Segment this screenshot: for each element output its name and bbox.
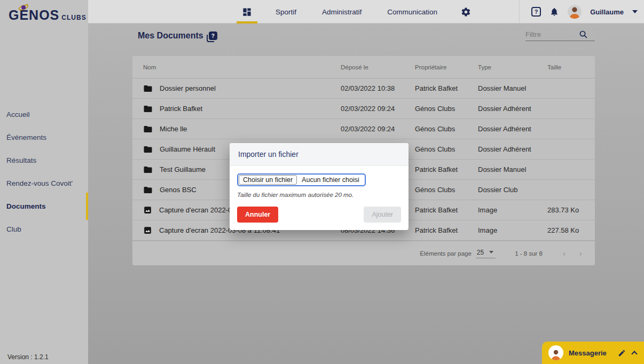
cancel-button[interactable]: Annuler	[237, 207, 278, 223]
dialog-header: Importer un fichier	[230, 143, 409, 166]
compose-pencil-icon[interactable]	[618, 349, 626, 357]
dialog-title: Importer un fichier	[238, 150, 299, 159]
messenger-expand-caret-icon[interactable]	[631, 351, 637, 357]
dialog-body: Choisir un fichier Aucun fichier choisi …	[230, 166, 409, 200]
messenger-bar[interactable]: Messagerie	[542, 342, 644, 364]
dialog-footer: Annuler Ajouter	[230, 200, 409, 230]
messenger-label: Messagerie	[569, 349, 612, 357]
import-file-dialog: Importer un fichier Choisir un fichier A…	[230, 143, 409, 230]
file-status-text: Aucun fichier choisi	[297, 176, 364, 184]
file-size-note: Taille du fichier maximum autorisée 20 m…	[237, 192, 401, 198]
file-input[interactable]: Choisir un fichier Aucun fichier choisi	[237, 173, 366, 186]
add-button[interactable]: Ajouter	[364, 207, 401, 223]
messenger-avatar	[548, 345, 563, 360]
choose-file-button[interactable]: Choisir un fichier	[239, 175, 297, 185]
